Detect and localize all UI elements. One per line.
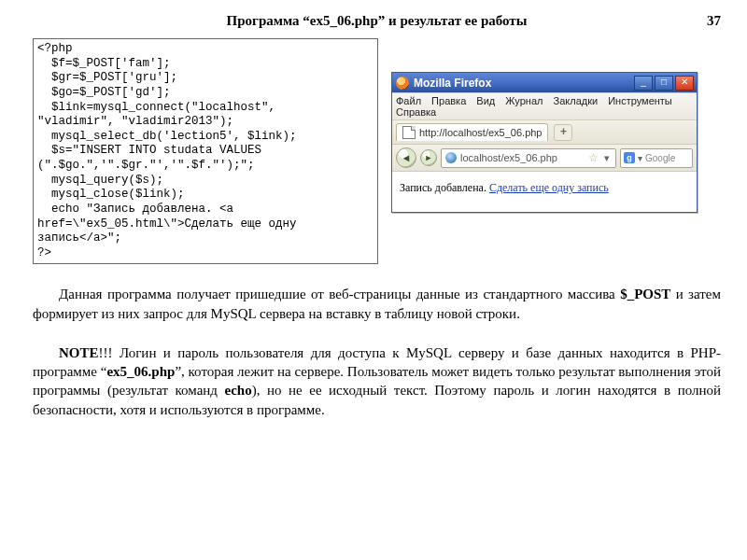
menu-journal[interactable]: Журнал bbox=[505, 95, 543, 106]
page-link[interactable]: Сделать еще одну запись bbox=[489, 181, 609, 194]
nav-toolbar: ◄ ► localhost/ex5_06.php ☆ ▾ g ▾ Google bbox=[392, 145, 697, 172]
page-icon bbox=[402, 126, 416, 139]
search-placeholder: Google bbox=[645, 153, 675, 163]
minimize-button[interactable]: _ bbox=[634, 76, 653, 91]
url-text: localhost/ex5_06.php bbox=[460, 152, 557, 163]
page-text: Запись добавлена. bbox=[400, 181, 489, 194]
browser-window: Mozilla Firefox _ □ ✕ Файл Правка Вид Жу… bbox=[391, 72, 698, 213]
browser-viewport: Запись добавлена. Сделать еще одну запис… bbox=[392, 172, 697, 212]
menu-bookmarks[interactable]: Закладки bbox=[554, 95, 599, 106]
close-button[interactable]: ✕ bbox=[675, 76, 694, 91]
menu-help[interactable]: Справка bbox=[396, 106, 436, 118]
google-icon: g bbox=[624, 152, 635, 163]
browser-menubar: Файл Правка Вид Журнал Закладки Инструме… bbox=[392, 92, 697, 120]
p2-bold-echo: echo bbox=[225, 383, 252, 398]
url-bar[interactable]: localhost/ex5_06.php ☆ ▾ bbox=[441, 148, 616, 168]
paragraph-1: Данная программа получает пришедшие от в… bbox=[33, 285, 721, 323]
p2-bold-filename: ex5_06.php bbox=[106, 364, 175, 379]
menu-file[interactable]: Файл bbox=[396, 95, 421, 106]
browser-title: Mozilla Firefox bbox=[414, 77, 634, 90]
back-button[interactable]: ◄ bbox=[396, 147, 416, 168]
p1-bold-post: $_POST bbox=[620, 287, 670, 301]
browser-tab[interactable]: http://localhost/ex5_06.php bbox=[396, 123, 548, 141]
firefox-icon bbox=[396, 77, 409, 90]
url-dropdown-icon[interactable]: ▾ bbox=[602, 152, 612, 164]
page-title: Программа “ex5_06.php” и результат ее ра… bbox=[227, 13, 528, 28]
menu-view[interactable]: Вид bbox=[476, 95, 495, 106]
bookmark-icon[interactable]: ☆ bbox=[588, 151, 599, 164]
maximize-button[interactable]: □ bbox=[655, 76, 673, 91]
menu-edit[interactable]: Правка bbox=[431, 95, 466, 106]
tab-strip: http://localhost/ex5_06.php + bbox=[392, 120, 697, 145]
code-listing: <?php $f=$_POST['fam']; $gr=$_POST['gru'… bbox=[33, 38, 378, 264]
p1-prefix: Данная программа получает пришедшие от в… bbox=[59, 287, 620, 301]
search-box[interactable]: g ▾ Google bbox=[620, 148, 693, 168]
new-tab-button[interactable]: + bbox=[554, 124, 572, 141]
browser-titlebar: Mozilla Firefox _ □ ✕ bbox=[392, 73, 697, 92]
paragraph-2: NOTE!!! Логин и пароль пользователя для … bbox=[33, 343, 721, 419]
forward-button[interactable]: ► bbox=[420, 149, 437, 166]
menu-tools[interactable]: Инструменты bbox=[608, 95, 672, 106]
page-number: 37 bbox=[707, 13, 721, 29]
p2-bold-note: NOTE bbox=[59, 345, 99, 360]
tab-label: http://localhost/ex5_06.php bbox=[419, 127, 542, 138]
globe-icon bbox=[445, 152, 457, 163]
